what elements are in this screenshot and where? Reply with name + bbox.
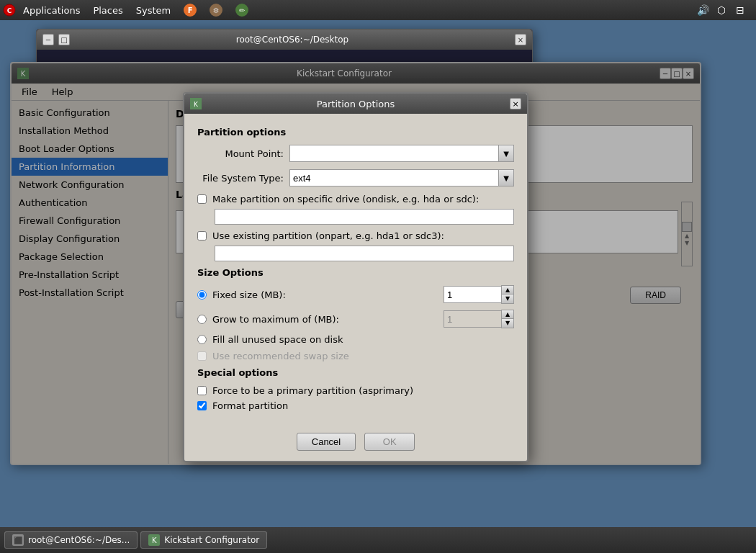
dialog-overlay: K Partition Options × Partition options … [12,63,700,464]
use-swap-row: Use recommended swap size [197,351,514,361]
ondisk-label: Make partition on specific drive (ondisk… [212,194,479,204]
force-primary-label: Force to be a primary partition (asprima… [212,385,413,396]
fill-all-radio[interactable] [197,335,207,344]
system-label: System [136,5,171,16]
bottom-taskbar: ⬛ root@CentOS6:~/Des... K Kickstart Conf… [0,527,756,553]
terminal-title: root@CentOS6:~/Desktop [74,35,510,45]
fixed-size-radio[interactable] [197,290,207,300]
dialog-close-btn[interactable]: × [510,98,521,109]
places-label: Places [93,5,122,16]
dialog-titlebar: K Partition Options × [184,94,527,114]
fill-all-label: Fill all unused space on disk [212,334,514,345]
fixed-size-label: Fixed size (MB): [212,289,438,300]
format-partition-row: Format partition [197,400,514,411]
ondisk-checkbox-row: Make partition on specific drive (ondisk… [197,194,514,204]
kickstart-taskbar-label: Kickstart Configurator [164,535,259,545]
terminal-minimize-btn[interactable]: − [42,34,54,45]
dialog-footer: Cancel OK [184,426,527,461]
partition-options-dialog: K Partition Options × Partition options … [183,92,528,462]
dialog-title: Partition Options [202,99,510,109]
bluetooth-icon[interactable]: ⬡ [714,3,729,17]
mount-point-wrap: ▼ [289,145,514,162]
ondisk-checkbox[interactable] [197,194,207,204]
terminal-maximize-btn[interactable]: □ [58,34,70,45]
force-primary-checkbox[interactable] [197,386,207,395]
grow-max-row: Grow to maximum of (MB): ▲ ▼ [197,310,514,328]
size-options-header: Size Options [197,267,514,278]
kickstart-window: K Kickstart Configurator − □ × File Help… [10,62,701,465]
mount-point-row: Mount Point: ▼ [197,145,514,162]
file-system-type-input[interactable] [289,169,498,186]
use-swap-label: Use recommended swap size [212,351,349,361]
fixed-size-spinbox: ▲ ▼ [444,285,514,304]
grow-max-label: Grow to maximum of (MB): [212,314,438,325]
terminal-taskbar-item[interactable]: ⬛ root@CentOS6:~/Des... [4,531,138,549]
fixed-size-input[interactable] [444,286,501,303]
grow-max-spinbox-btns: ▲ ▼ [501,310,514,328]
onpart-row: Use existing partition (onpart, e.g. hda… [197,230,514,261]
mount-point-label: Mount Point: [197,148,284,159]
footprint-icon: ⚙ [210,4,222,17]
fixed-size-spinbox-btns: ▲ ▼ [501,285,514,304]
mount-point-input[interactable] [289,145,498,162]
format-partition-checkbox[interactable] [197,401,207,410]
system-menu[interactable]: System [130,4,176,17]
applications-label: Applications [23,5,80,16]
file-system-type-label: File System Type: [197,173,284,184]
terminal-taskbar-icon: ⬛ [12,534,24,546]
terminal-taskbar-label: root@CentOS6:~/Des... [28,535,130,545]
taskbar-right-area: 🔊 ⬡ ⊟ [696,3,753,17]
file-system-type-row: File System Type: ▼ [197,169,514,186]
pencil-icon: ✏ [235,4,248,17]
svg-text:C: C [7,7,12,14]
file-system-type-wrap: ▼ [289,169,514,186]
dialog-body: Partition options Mount Point: ▼ File Sy… [184,114,527,426]
onpart-label: Use existing partition (onpart, e.g. hda… [212,230,444,241]
partition-options-header: Partition options [197,127,514,138]
kickstart-taskbar-icon: K [148,534,160,546]
applications-menu[interactable]: Applications [17,4,86,17]
force-primary-row: Force to be a primary partition (asprima… [197,385,514,396]
onpart-input[interactable] [215,246,514,261]
places-menu[interactable]: Places [87,4,128,17]
fill-all-row: Fill all unused space on disk [197,334,514,345]
special-options-header: Special options [197,367,514,378]
fixed-size-row: Fixed size (MB): ▲ ▼ [197,285,514,304]
grow-max-input[interactable] [444,310,501,328]
fixed-size-up-btn[interactable]: ▲ [502,286,513,295]
ondisk-input[interactable] [215,209,514,225]
volume-icon[interactable]: 🔊 [696,3,710,17]
top-taskbar: C Applications Places System F ⚙ ✏ 🔊 ⬡ ⊟ [0,0,756,20]
use-swap-checkbox[interactable] [197,351,207,361]
dialog-app-icon: K [190,98,202,109]
distro-icon: C [3,4,16,17]
grow-max-down-btn[interactable]: ▼ [502,319,513,328]
fixed-size-down-btn[interactable]: ▼ [502,295,513,303]
pencil-launcher[interactable]: ✏ [230,2,254,18]
grow-max-radio[interactable] [197,315,207,324]
mount-point-dropdown-btn[interactable]: ▼ [498,145,514,162]
footprint-launcher[interactable]: ⚙ [204,2,228,18]
onpart-checkbox[interactable] [197,231,207,240]
onpart-checkbox-row: Use existing partition (onpart, e.g. hda… [197,230,514,241]
kickstart-taskbar-item[interactable]: K Kickstart Configurator [140,531,267,549]
ondisk-row: Make partition on specific drive (ondisk… [197,194,514,225]
firefox-launcher[interactable]: F [178,2,202,18]
grow-max-spinbox: ▲ ▼ [444,310,514,328]
cancel-button[interactable]: Cancel [297,433,356,451]
network-icon[interactable]: ⊟ [733,3,747,17]
ok-button[interactable]: OK [364,433,415,451]
terminal-titlebar: − □ root@CentOS6:~/Desktop × [37,30,532,50]
grow-max-up-btn[interactable]: ▲ [502,310,513,319]
file-system-type-dropdown-btn[interactable]: ▼ [498,169,514,186]
format-partition-label: Format partition [212,400,288,411]
terminal-close-btn[interactable]: × [515,34,526,45]
firefox-icon: F [184,4,197,17]
